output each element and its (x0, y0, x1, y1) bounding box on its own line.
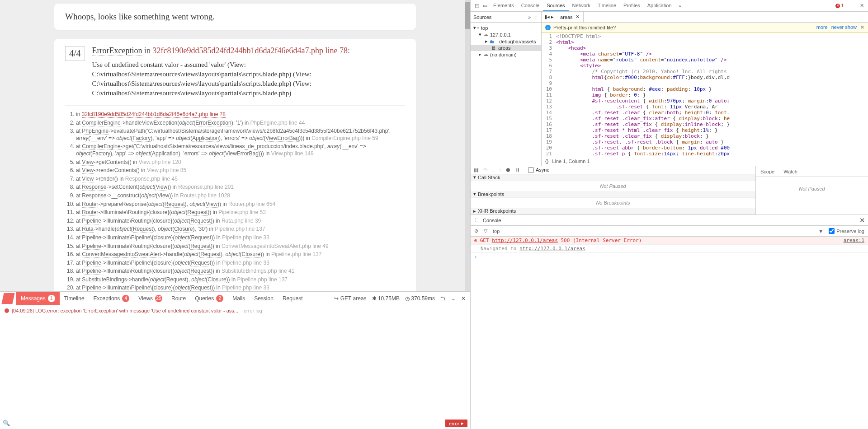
xhr-breakpoints-header[interactable]: ▸ XHR Breakpoints (471, 208, 755, 214)
stack-frame[interactable]: at Pipeline->Illuminate\Routing\{closure… (76, 243, 405, 250)
error-count-badge[interactable]: ✕1 (835, 3, 844, 8)
tree-nodomain[interactable]: ▸ ☁ (no domain) (471, 51, 541, 58)
close-devtools-icon[interactable]: ✕ (858, 2, 865, 9)
stack-frame[interactable]: at Router->Illuminate\Routing\{closure}(… (76, 209, 405, 216)
scrollbar[interactable] (465, 0, 470, 291)
stack-trace: in 32fc8190e9dd585d24fd244bb1d6da2f46e6d… (65, 111, 405, 291)
watch-tab[interactable]: Watch (779, 166, 802, 177)
stack-frame[interactable]: at View->render() in Response.php line 4… (76, 176, 405, 183)
async-checkbox[interactable]: Async (528, 167, 549, 173)
preserve-log-checkbox[interactable]: Preserve log (829, 228, 864, 234)
braces-icon[interactable]: {} (545, 159, 548, 164)
pause-exc-icon[interactable]: ⏸ (515, 167, 520, 173)
page-left: Whoops, looks like something went wrong.… (0, 0, 470, 429)
stack-frame[interactable]: at ConvertMessagesIntoSweatAlert->handle… (76, 251, 405, 258)
debugbar-tab-route[interactable]: Route (167, 292, 190, 305)
error-panel: 4/4 ErrorException in 32fc8190e9dd585d24… (54, 39, 416, 291)
tree-file-areas[interactable]: 🗎 areas (471, 45, 541, 51)
deactivate-bp-icon[interactable]: ⬣ (506, 167, 510, 173)
debugbar-tab-exceptions[interactable]: Exceptions4 (89, 292, 134, 305)
debugbar-tab-request[interactable]: Request (278, 292, 307, 305)
info-icon: i (545, 25, 551, 30)
stack-frame[interactable]: at Router->prepareResponse(object(Reques… (76, 201, 405, 208)
console-prompt[interactable]: › (471, 253, 868, 261)
stack-frame[interactable]: at Pipeline->Illuminate\Pipeline\{closur… (76, 260, 405, 267)
debugbar-tab-session[interactable]: Session (250, 292, 278, 305)
debugbar-request[interactable]: ↪ GET areas (334, 295, 366, 302)
scope-tab[interactable]: Scope (756, 166, 779, 177)
callstack-header[interactable]: ▾ Call Stack (471, 174, 755, 181)
pretty-print-bar: i Pretty-print this minified file? more … (542, 23, 868, 33)
folder-icon[interactable]: 🗀 (440, 295, 446, 302)
debugbar: Messages1TimelineExceptions4Views25Route… (0, 291, 470, 429)
code-editor-area[interactable]: 1234567891011121314151617181920212223242… (542, 33, 868, 156)
console-error-line[interactable]: ⊗ GET http://127.0.0.1/areas 500 (Intern… (471, 237, 868, 245)
search-icon[interactable]: 🔍 (3, 420, 10, 427)
debugbar-tab-timeline[interactable]: Timeline (60, 292, 89, 305)
breakpoints-header[interactable]: ▾ Breakpoints (471, 191, 755, 198)
stack-frame[interactable]: at View->getContents() in View.php line … (76, 159, 405, 166)
devtools-tab-profiles[interactable]: Profiles (620, 0, 644, 11)
debugbar-tab-views[interactable]: Views25 (134, 292, 167, 305)
more-tabs-icon[interactable]: » (676, 2, 684, 9)
filter-dropdown-icon[interactable]: ▼ (818, 228, 823, 234)
debugbar-logo-icon[interactable] (1, 293, 14, 304)
console-source-link[interactable]: areas:1 (844, 238, 864, 243)
nav-arrows-icon[interactable]: ▮◂ ▸ (542, 14, 557, 20)
tree-folder[interactable]: ▸ 🖿 _debugbar/assets (471, 38, 541, 45)
devtools-tab-timeline[interactable]: Timeline (594, 0, 620, 11)
debugbar-time: ◷ 370.59ms (405, 295, 435, 302)
stack-frame[interactable]: at Pipeline->Illuminate\Pipeline\{closur… (76, 284, 405, 291)
kebab-icon[interactable]: ⋮ (533, 14, 538, 20)
stack-frame[interactable]: at Pipeline->Illuminate\Routing\{closure… (76, 268, 405, 275)
close-tab-icon[interactable]: ✕ (576, 14, 580, 20)
inspect-icon[interactable]: ◰ (473, 2, 481, 9)
device-icon[interactable]: ▭ (481, 2, 489, 9)
stack-frame[interactable]: at CompilerEngine->handleViewException(o… (76, 120, 405, 127)
chevron-down-icon[interactable]: ⌄ (451, 295, 456, 302)
stack-frame[interactable]: in 32fc8190e9dd585d24fd244bb1d6da2f46e6d… (76, 111, 405, 118)
step-into-icon[interactable]: ↓ (492, 167, 495, 173)
stack-frame[interactable]: at Response->__construct(object(View)) i… (76, 192, 405, 200)
tree-host[interactable]: ▾ ☁ 127.0.0.1 (471, 31, 541, 38)
stack-frame[interactable]: at SubstituteBindings->handle(object(Req… (76, 276, 405, 284)
overflow-icon[interactable]: » (528, 14, 531, 20)
stack-frame[interactable]: at PhpEngine->evaluatePath('C:\virtualho… (76, 128, 405, 142)
debugbar-tab-mails[interactable]: Mails (228, 292, 250, 305)
close-icon[interactable]: ✕ (461, 295, 466, 302)
pretty-more-link[interactable]: more (816, 24, 828, 30)
step-out-icon[interactable]: ↑ (499, 167, 502, 173)
error-button[interactable]: error ▸ (445, 420, 467, 427)
editor-tab-areas[interactable]: areas✕ (557, 12, 584, 22)
stack-frame[interactable]: at Ruta->handle(object(Request), object(… (76, 226, 405, 233)
context-selector[interactable]: top (493, 228, 500, 234)
stack-frame[interactable]: at Pipeline->Illuminate\Pipeline\{closur… (76, 234, 405, 242)
stack-frame[interactable]: at View->renderContents() in View.php li… (76, 167, 405, 174)
error-dot-icon (5, 308, 9, 313)
exception-name[interactable]: ErrorException (92, 46, 142, 56)
pretty-never-link[interactable]: never show (831, 24, 857, 30)
devtools-tab-console[interactable]: Console (518, 0, 543, 11)
pause-icon[interactable]: ▮▮ (473, 167, 479, 173)
debugbar-tab-messages[interactable]: Messages1 (16, 292, 60, 305)
stack-frame[interactable]: at CompilerEngine->get('C:\virtualhost\S… (76, 143, 405, 157)
stack-frame[interactable]: at Response->setContent(object(View)) in… (76, 184, 405, 191)
stack-frame[interactable]: at Pipeline->Illuminate\Routing\{closure… (76, 218, 405, 225)
close-console-icon[interactable]: ✕ (859, 216, 865, 224)
filter-icon[interactable]: ▽ (484, 228, 487, 234)
sources-navigator: Sources » ⋮ ▾ ▫ top ▾ ☁ 127.0.0.1 ▸ 🖿 _d… (471, 12, 542, 166)
log-entry[interactable]: [04:09:26] LOG.error: exception 'ErrorEx… (5, 308, 466, 313)
kebab-icon[interactable]: ⋮ (473, 217, 478, 223)
clear-console-icon[interactable]: ⊘ (474, 228, 478, 234)
tree-top[interactable]: ▾ ▫ top (471, 24, 541, 31)
exception-file[interactable]: 32fc8190e9dd585d24fd244bb1d6da2f46e6d4a7… (153, 46, 348, 55)
debugbar-tab-queries[interactable]: Queries2 (190, 292, 228, 305)
step-over-icon[interactable]: ↷ (483, 167, 487, 173)
devtools-tab-application[interactable]: Application (644, 0, 675, 11)
close-pretty-icon[interactable]: ✕ (860, 24, 864, 30)
devtools-tab-sources[interactable]: Sources (543, 0, 568, 11)
console-nav-line: Navigated to http://127.0.0.1/areas (471, 245, 868, 253)
devtools-tab-network[interactable]: Network (569, 0, 594, 11)
kebab-icon[interactable]: ⋮ (847, 2, 854, 9)
devtools-tab-elements[interactable]: Elements (490, 0, 518, 11)
